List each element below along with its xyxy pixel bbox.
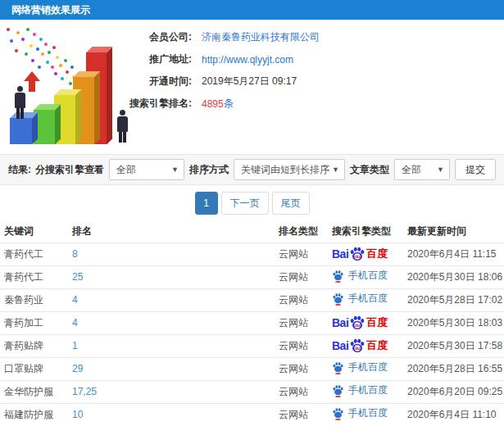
engine-cell: Bai du 百度 (328, 311, 403, 334)
rank-type-cell: 云网站 (275, 242, 328, 265)
info-label: 会员公司: (123, 30, 192, 44)
baidu-logo: Bai du 百度 (332, 246, 388, 262)
info-row: 推广地址: http://www.qlyyjt.com (123, 48, 320, 70)
info-value: 济南秦鲁药业科技有限公司 (202, 30, 320, 44)
keyword-cell: 膏药贴牌 (0, 334, 68, 357)
table-row: 口罩贴牌 29 云网站 Bai du 百度 (0, 357, 504, 380)
engine-cell: Bai du 百度 (328, 242, 403, 265)
submit-button[interactable]: 提交 (455, 159, 496, 180)
rank-type-cell: 云网站 (275, 288, 328, 311)
rank-type-cell: 云网站 (275, 357, 328, 380)
updated-time-cell: 2020年6月20日 09:25 (403, 380, 504, 403)
rank-cell[interactable]: 10 (68, 403, 275, 426)
table-row: 福建防护服 10 云网站 Bai du 百度 (0, 403, 504, 426)
info-value: 4895 (202, 98, 224, 110)
header-updated-time: 最新更新时间 (403, 221, 504, 242)
baidu-logo-cn-text: 百度 (366, 247, 388, 261)
updated-time-cell: 2020年5月30日 18:06 (403, 265, 504, 288)
sort-select[interactable]: 关键词由短到长排序 ▼ (234, 159, 345, 180)
engine-filter-label: 分搜索引擎查看 (35, 163, 104, 177)
baidu-logo: Bai du 百度 (332, 338, 388, 354)
baidu-logo-cn-text: 百度 (366, 315, 388, 330)
mobile-baidu-label: 手机百度 (348, 269, 388, 283)
baidu-mobile-logo: 手机百度 (332, 292, 388, 306)
keyword-cell: 福建防护服 (0, 403, 68, 426)
rank-cell[interactable]: 4 (68, 311, 275, 334)
rank-cell[interactable]: 8 (68, 242, 275, 265)
mobile-baidu-label: 手机百度 (348, 292, 388, 306)
window-title: 网络营销效果展示 (0, 0, 504, 20)
updated-time-cell: 2020年5月30日 17:58 (403, 334, 504, 357)
rank-cell[interactable]: 1 (68, 334, 275, 357)
filter-controls: 分搜索引擎查看 全部 ▼ 排序方式 关键词由短到长排序 ▼ 文章类型 全部 ▼ … (35, 159, 496, 180)
table-row: 金华防护服 17,25 云网站 Bai du 百度 (0, 380, 504, 403)
info-panel: 会员公司: 济南秦鲁药业科技有限公司 推广地址: http://www.qlyy… (123, 26, 320, 115)
engine-cell: Bai du 百度 (328, 265, 403, 288)
bar-chart-illustration (0, 23, 143, 151)
red-arrow-icon (24, 71, 40, 92)
updated-time-cell: 2020年5月28日 17:02 (403, 288, 504, 311)
updated-time-cell: 2020年6月4日 11:15 (403, 242, 504, 265)
keyword-cell: 膏药代工 (0, 265, 68, 288)
mobile-baidu-paw-icon (332, 384, 344, 397)
baidu-logo-bai-text: Bai (332, 247, 348, 261)
info-label: 推广地址: (123, 52, 192, 66)
mobile-baidu-label: 手机百度 (348, 406, 388, 420)
baidu-mobile-logo: 手机百度 (332, 406, 388, 420)
engine-cell: Bai du 百度 (328, 357, 403, 380)
rank-cell[interactable]: 4 (68, 288, 275, 311)
engine-cell: Bai du 百度 (328, 403, 403, 426)
rank-cell[interactable]: 25 (68, 265, 275, 288)
engine-cell: Bai du 百度 (328, 380, 403, 403)
rank-cell[interactable]: 17,25 (68, 380, 275, 403)
table-row: 膏药代工 8 云网站 Bai du 百度 (0, 242, 504, 265)
info-value-suffix: 条 (224, 97, 234, 111)
next-page-button[interactable]: 下一页 (221, 192, 269, 215)
businessman-figure-right (116, 110, 128, 143)
baidu-paw-icon: du (349, 315, 366, 331)
rank-type-cell: 云网站 (275, 403, 328, 426)
baidu-mobile-logo: 手机百度 (332, 360, 388, 374)
engine-select[interactable]: 全部 ▼ (109, 159, 184, 180)
chevron-down-icon: ▼ (437, 160, 444, 179)
header-rank: 排名 (68, 221, 275, 242)
mobile-baidu-paw-icon (332, 292, 344, 306)
mobile-baidu-paw-icon (332, 361, 344, 374)
svg-text:du: du (355, 346, 360, 351)
engine-cell: Bai du 百度 (328, 334, 403, 357)
sort-filter-label: 排序方式 (189, 163, 229, 177)
keyword-cell: 秦鲁药业 (0, 288, 68, 311)
updated-time-cell: 2020年6月4日 11:10 (403, 403, 504, 426)
info-section: 会员公司: 济南秦鲁药业科技有限公司 推广地址: http://www.qlyy… (0, 20, 504, 154)
confetti-decoration (7, 28, 10, 31)
keyword-cell: 膏药代工 (0, 242, 68, 265)
baidu-mobile-logo: 手机百度 (332, 383, 388, 397)
svg-text:du: du (355, 323, 360, 328)
chevron-down-icon: ▼ (171, 160, 179, 179)
table-header-row: 关键词 排名 排名类型 搜索引擎类型 最新更新时间 (0, 221, 504, 242)
info-value: 2019年5月27日 09:17 (202, 75, 297, 88)
page-button-current[interactable]: 1 (195, 192, 218, 215)
page-title: 网络营销效果展示 (11, 4, 90, 16)
mobile-baidu-paw-icon (332, 407, 344, 420)
article-type-label: 文章类型 (350, 163, 389, 177)
filter-bar: 结果: 分搜索引擎查看 全部 ▼ 排序方式 关键词由短到长排序 ▼ 文章类型 全… (0, 154, 504, 185)
baidu-logo-bai-text: Bai (332, 316, 348, 329)
table-row: 膏药贴牌 1 云网站 Bai du 百度 (0, 334, 504, 357)
baidu-logo-bai-text: Bai (332, 339, 348, 352)
baidu-logo-cn-text: 百度 (366, 338, 388, 353)
table-row: 膏药代工 25 云网站 Bai du 百度 (0, 265, 504, 288)
info-label: 开通时间: (123, 75, 192, 88)
rank-cell[interactable]: 29 (68, 357, 275, 380)
engine-select-value: 全部 (116, 164, 136, 175)
sort-select-value: 关键词由短到长排序 (241, 164, 329, 175)
info-row: 开通时间: 2019年5月27日 09:17 (123, 70, 320, 93)
rank-type-cell: 云网站 (275, 311, 328, 334)
header-keyword: 关键词 (0, 221, 68, 242)
article-type-select[interactable]: 全部 ▼ (394, 159, 450, 180)
table-row: 秦鲁药业 4 云网站 Bai du 百度 (0, 288, 504, 311)
info-row: 会员公司: 济南秦鲁药业科技有限公司 (123, 26, 320, 48)
last-page-button[interactable]: 尾页 (272, 192, 310, 215)
baidu-mobile-logo: 手机百度 (332, 269, 388, 283)
baidu-logo: Bai du 百度 (332, 315, 388, 331)
